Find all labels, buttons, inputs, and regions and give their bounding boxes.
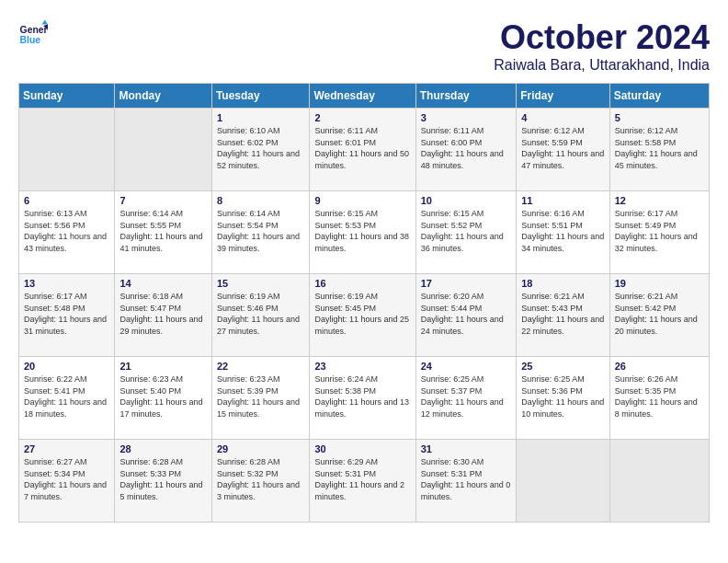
calendar-cell: 8Sunrise: 6:14 AM Sunset: 5:54 PM Daylig… (211, 191, 310, 274)
calendar-cell: 11Sunrise: 6:16 AM Sunset: 5:51 PM Dayli… (517, 191, 610, 274)
location-title: Raiwala Bara, Uttarakhand, India (494, 57, 710, 74)
day-number: 28 (119, 443, 206, 454)
day-header-wednesday: Wednesday (310, 84, 415, 109)
calendar-cell: 14Sunrise: 6:18 AM Sunset: 5:47 PM Dayli… (115, 274, 211, 357)
day-number: 19 (615, 278, 704, 289)
day-info: Sunrise: 6:20 AM Sunset: 5:44 PM Dayligh… (421, 291, 511, 337)
day-number: 21 (119, 361, 206, 372)
day-number: 14 (119, 278, 206, 289)
day-info: Sunrise: 6:19 AM Sunset: 5:45 PM Dayligh… (314, 291, 410, 337)
page-header: General Blue October 2024 Raiwala Bara, … (18, 18, 710, 74)
calendar-cell: 30Sunrise: 6:29 AM Sunset: 5:31 PM Dayli… (310, 440, 415, 523)
day-number: 9 (314, 195, 410, 206)
logo: General Blue (18, 18, 48, 48)
day-number: 18 (521, 278, 605, 289)
calendar-cell: 26Sunrise: 6:26 AM Sunset: 5:35 PM Dayli… (609, 357, 709, 440)
calendar-week-1: 1Sunrise: 6:10 AM Sunset: 6:02 PM Daylig… (19, 109, 710, 191)
day-info: Sunrise: 6:28 AM Sunset: 5:33 PM Dayligh… (119, 456, 206, 502)
day-info: Sunrise: 6:24 AM Sunset: 5:38 PM Dayligh… (314, 373, 410, 419)
day-info: Sunrise: 6:12 AM Sunset: 5:58 PM Dayligh… (615, 125, 704, 171)
calendar-cell: 13Sunrise: 6:17 AM Sunset: 5:48 PM Dayli… (19, 274, 115, 357)
day-info: Sunrise: 6:25 AM Sunset: 5:37 PM Dayligh… (421, 373, 511, 419)
day-info: Sunrise: 6:29 AM Sunset: 5:31 PM Dayligh… (314, 456, 410, 502)
calendar-week-5: 27Sunrise: 6:27 AM Sunset: 5:34 PM Dayli… (19, 440, 710, 523)
day-info: Sunrise: 6:25 AM Sunset: 5:36 PM Dayligh… (521, 373, 605, 419)
day-info: Sunrise: 6:21 AM Sunset: 5:42 PM Dayligh… (615, 291, 704, 337)
day-info: Sunrise: 6:14 AM Sunset: 5:55 PM Dayligh… (119, 208, 206, 254)
calendar-table: SundayMondayTuesdayWednesdayThursdayFrid… (18, 83, 710, 523)
day-info: Sunrise: 6:12 AM Sunset: 5:59 PM Dayligh… (521, 125, 605, 171)
day-info: Sunrise: 6:13 AM Sunset: 5:56 PM Dayligh… (24, 208, 109, 254)
calendar-cell: 25Sunrise: 6:25 AM Sunset: 5:36 PM Dayli… (517, 357, 610, 440)
day-info: Sunrise: 6:11 AM Sunset: 6:01 PM Dayligh… (314, 125, 410, 171)
calendar-cell: 1Sunrise: 6:10 AM Sunset: 6:02 PM Daylig… (211, 109, 310, 191)
calendar-cell: 12Sunrise: 6:17 AM Sunset: 5:49 PM Dayli… (609, 191, 709, 274)
day-info: Sunrise: 6:18 AM Sunset: 5:47 PM Dayligh… (119, 291, 206, 337)
day-info: Sunrise: 6:14 AM Sunset: 5:54 PM Dayligh… (217, 208, 305, 254)
day-info: Sunrise: 6:19 AM Sunset: 5:46 PM Dayligh… (217, 291, 305, 337)
calendar-cell: 21Sunrise: 6:23 AM Sunset: 5:40 PM Dayli… (115, 357, 211, 440)
calendar-cell: 3Sunrise: 6:11 AM Sunset: 6:00 PM Daylig… (415, 109, 516, 191)
day-number: 17 (421, 278, 511, 289)
logo-icon: General Blue (18, 18, 48, 48)
day-info: Sunrise: 6:15 AM Sunset: 5:53 PM Dayligh… (314, 208, 410, 254)
day-info: Sunrise: 6:11 AM Sunset: 6:00 PM Dayligh… (421, 125, 511, 171)
day-number: 5 (615, 112, 704, 123)
day-info: Sunrise: 6:15 AM Sunset: 5:52 PM Dayligh… (421, 208, 511, 254)
day-info: Sunrise: 6:30 AM Sunset: 5:31 PM Dayligh… (421, 456, 511, 502)
calendar-cell (517, 440, 610, 523)
day-number: 3 (421, 112, 511, 123)
calendar-cell: 18Sunrise: 6:21 AM Sunset: 5:43 PM Dayli… (517, 274, 610, 357)
day-number: 2 (314, 112, 410, 123)
day-info: Sunrise: 6:22 AM Sunset: 5:41 PM Dayligh… (24, 373, 109, 419)
day-info: Sunrise: 6:26 AM Sunset: 5:35 PM Dayligh… (615, 373, 704, 419)
day-info: Sunrise: 6:27 AM Sunset: 5:34 PM Dayligh… (24, 456, 109, 502)
calendar-header-row: SundayMondayTuesdayWednesdayThursdayFrid… (19, 84, 710, 109)
day-info: Sunrise: 6:16 AM Sunset: 5:51 PM Dayligh… (521, 208, 605, 254)
calendar-cell: 17Sunrise: 6:20 AM Sunset: 5:44 PM Dayli… (415, 274, 516, 357)
calendar-cell: 27Sunrise: 6:27 AM Sunset: 5:34 PM Dayli… (19, 440, 115, 523)
calendar-cell: 7Sunrise: 6:14 AM Sunset: 5:55 PM Daylig… (115, 191, 211, 274)
calendar-cell: 29Sunrise: 6:28 AM Sunset: 5:32 PM Dayli… (211, 440, 310, 523)
day-number: 29 (217, 443, 305, 454)
day-number: 6 (24, 195, 109, 206)
day-info: Sunrise: 6:10 AM Sunset: 6:02 PM Dayligh… (217, 125, 305, 171)
day-number: 12 (615, 195, 704, 206)
day-number: 11 (521, 195, 605, 206)
day-info: Sunrise: 6:28 AM Sunset: 5:32 PM Dayligh… (217, 456, 305, 502)
day-info: Sunrise: 6:17 AM Sunset: 5:48 PM Dayligh… (24, 291, 109, 337)
day-number: 13 (24, 278, 109, 289)
svg-text:General: General (20, 25, 48, 35)
day-number: 25 (521, 361, 605, 372)
calendar-body: 1Sunrise: 6:10 AM Sunset: 6:02 PM Daylig… (19, 109, 710, 523)
month-title: October 2024 (494, 18, 710, 57)
calendar-cell: 16Sunrise: 6:19 AM Sunset: 5:45 PM Dayli… (310, 274, 415, 357)
day-info: Sunrise: 6:23 AM Sunset: 5:40 PM Dayligh… (119, 373, 206, 419)
calendar-cell: 19Sunrise: 6:21 AM Sunset: 5:42 PM Dayli… (609, 274, 709, 357)
calendar-cell: 9Sunrise: 6:15 AM Sunset: 5:53 PM Daylig… (310, 191, 415, 274)
calendar-week-3: 13Sunrise: 6:17 AM Sunset: 5:48 PM Dayli… (19, 274, 710, 357)
calendar-cell: 6Sunrise: 6:13 AM Sunset: 5:56 PM Daylig… (19, 191, 115, 274)
day-number: 15 (217, 278, 305, 289)
calendar-week-4: 20Sunrise: 6:22 AM Sunset: 5:41 PM Dayli… (19, 357, 710, 440)
calendar-week-2: 6Sunrise: 6:13 AM Sunset: 5:56 PM Daylig… (19, 191, 710, 274)
svg-marker-2 (42, 20, 48, 25)
day-info: Sunrise: 6:17 AM Sunset: 5:49 PM Dayligh… (615, 208, 704, 254)
day-number: 23 (314, 361, 410, 372)
svg-text:Blue: Blue (20, 35, 41, 45)
day-number: 24 (421, 361, 511, 372)
day-header-sunday: Sunday (19, 84, 115, 109)
calendar-cell: 2Sunrise: 6:11 AM Sunset: 6:01 PM Daylig… (310, 109, 415, 191)
calendar-cell: 4Sunrise: 6:12 AM Sunset: 5:59 PM Daylig… (517, 109, 610, 191)
calendar-cell (115, 109, 211, 191)
day-number: 1 (217, 112, 305, 123)
day-header-saturday: Saturday (609, 84, 709, 109)
calendar-cell (19, 109, 115, 191)
day-number: 31 (421, 443, 511, 454)
calendar-cell: 22Sunrise: 6:23 AM Sunset: 5:39 PM Dayli… (211, 357, 310, 440)
day-number: 4 (521, 112, 605, 123)
calendar-cell: 24Sunrise: 6:25 AM Sunset: 5:37 PM Dayli… (415, 357, 516, 440)
day-number: 27 (24, 443, 109, 454)
day-number: 20 (24, 361, 109, 372)
day-number: 7 (119, 195, 206, 206)
